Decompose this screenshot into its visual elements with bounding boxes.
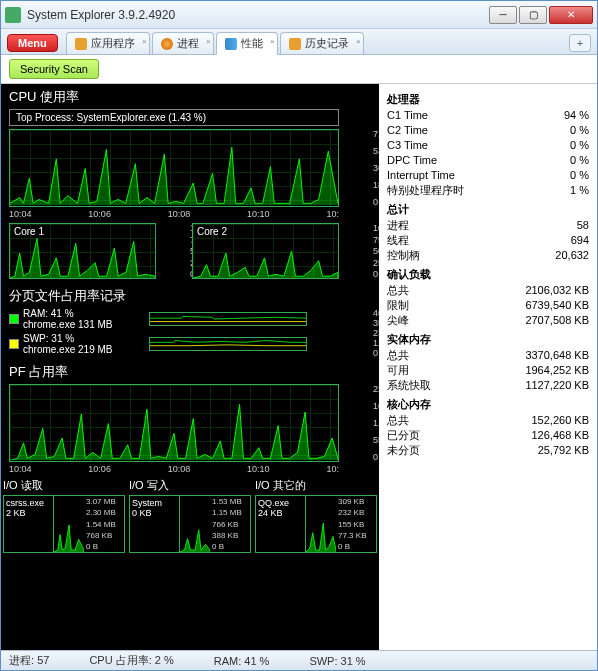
pf-scale: 22396167971119855990	[373, 384, 379, 462]
io-read-scale: 3.07 MB2.30 MB1.54 MB768 KB0 B	[84, 496, 124, 552]
ram-bar[interactable]	[149, 312, 307, 326]
io-write-proc: System	[132, 498, 177, 508]
status-ram-label: RAM:	[214, 655, 242, 667]
tab-label: 进程	[177, 36, 199, 51]
tab-label: 历史记录	[305, 36, 349, 51]
stats-pane: 处理器 C1 Time94 %C2 Time0 %C3 Time0 %DPC T…	[379, 84, 597, 650]
tab-label: 性能	[241, 36, 263, 51]
tab-performance[interactable]: 性能×	[216, 32, 278, 55]
stat-row: 线程694	[387, 233, 589, 248]
cpu-scale: 71 %53 %36 %18 %0 %	[373, 129, 379, 207]
stat-row: 尖峰2707,508 KB	[387, 313, 589, 328]
io-other-scale: 309 KB232 KB155 KB77.3 KB0 B	[336, 496, 376, 552]
pf-title: PF 占用率	[9, 363, 371, 381]
stat-row: 控制柄20,632	[387, 248, 589, 263]
commit-heading: 确认负载	[387, 267, 589, 282]
io-other-title: I/O 其它的	[255, 478, 377, 493]
totals-heading: 总计	[387, 202, 589, 217]
maximize-button[interactable]: ▢	[519, 6, 547, 24]
stat-row: DPC Time0 %	[387, 153, 589, 168]
io-write-val: 0 KB	[132, 508, 177, 518]
kernelmem-heading: 核心内存	[387, 397, 589, 412]
window-title: System Explorer 3.9.2.4920	[27, 8, 489, 22]
io-write-graph[interactable]: System0 KB 1.53 MB1.15 MB766 KB388 KB0 B	[129, 495, 251, 553]
app-icon	[5, 7, 21, 23]
security-scan-button[interactable]: Security Scan	[9, 59, 99, 79]
tab-close-icon[interactable]: ×	[270, 37, 275, 46]
pagefile-title: 分页文件占用率记录	[9, 287, 371, 305]
pf-xaxis: 10:0410:0610:0810:1010:	[9, 462, 371, 474]
tab-processes[interactable]: 进程×	[152, 32, 214, 54]
add-tab-button[interactable]: +	[569, 34, 591, 52]
graphs-pane: CPU 使用率 Top Process: SystemExplorer.exe …	[1, 84, 379, 650]
io-other-val: 24 KB	[258, 508, 303, 518]
status-procs-label: 进程:	[9, 654, 34, 666]
stat-row: 已分页126,468 KB	[387, 428, 589, 443]
cpu-spikes	[10, 130, 338, 205]
stat-row: 限制6739,540 KB	[387, 298, 589, 313]
tab-label: 应用程序	[91, 36, 135, 51]
status-swp-val: 31 %	[341, 655, 366, 667]
pf-graph[interactable]	[9, 384, 339, 462]
stat-row: C2 Time0 %	[387, 123, 589, 138]
core2-graph[interactable]: Core 2	[192, 223, 339, 279]
cpu-usage-title: CPU 使用率	[9, 88, 371, 106]
stat-row: C3 Time0 %	[387, 138, 589, 153]
processor-heading: 处理器	[387, 92, 589, 107]
tab-history[interactable]: 历史记录×	[280, 32, 364, 54]
tab-close-icon[interactable]: ×	[356, 37, 361, 46]
io-read-proc: csrss.exe	[6, 498, 51, 508]
chart-icon	[225, 38, 237, 50]
status-cpu-label: CPU 占用率:	[89, 654, 151, 666]
physmem-heading: 实体内存	[387, 332, 589, 347]
swp-proc: chrome.exe 219 MB	[23, 344, 113, 355]
ram-proc: chrome.exe 131 MB	[23, 319, 113, 330]
io-other-proc: QQ.exe	[258, 498, 303, 508]
ram-label: RAM: 41 %	[23, 308, 113, 319]
cpu-graph[interactable]	[9, 129, 339, 207]
swp-label: SWP: 31 %	[23, 333, 113, 344]
status-cpu-val: 2 %	[155, 654, 174, 666]
minimize-button[interactable]: ─	[489, 6, 517, 24]
stat-row: 系统快取1127,220 KB	[387, 378, 589, 393]
swp-bar[interactable]	[149, 337, 307, 351]
tab-close-icon[interactable]: ×	[142, 37, 147, 46]
stat-row: 总共2106,032 KB	[387, 283, 589, 298]
cpu-xaxis: 10:0410:0610:0810:1010:	[9, 207, 371, 219]
stat-row: 总共152,260 KB	[387, 413, 589, 428]
swp-color-marker	[9, 339, 19, 349]
status-bar: 进程: 57 CPU 占用率: 2 % RAM: 41 % SWP: 31 %	[1, 650, 597, 670]
top-process-label: Top Process: SystemExplorer.exe (1.43 %)	[9, 109, 339, 126]
close-button[interactable]: ✕	[549, 6, 593, 24]
stat-row: 可用1964,252 KB	[387, 363, 589, 378]
status-procs-val: 57	[37, 654, 49, 666]
io-read-title: I/O 读取	[3, 478, 125, 493]
status-swp-label: SWP:	[309, 655, 337, 667]
core1-graph[interactable]: Core 1	[9, 223, 156, 279]
stat-row: 特别处理程序时1 %	[387, 183, 589, 198]
stat-row: 总共3370,648 KB	[387, 348, 589, 363]
io-write-scale: 1.53 MB1.15 MB766 KB388 KB0 B	[210, 496, 250, 552]
tab-bar: Menu 应用程序× 进程× 性能× 历史记录× +	[1, 29, 597, 55]
io-other-graph[interactable]: QQ.exe24 KB 309 KB232 KB155 KB77.3 KB0 B	[255, 495, 377, 553]
io-read-graph[interactable]: csrss.exe2 KB 3.07 MB2.30 MB1.54 MB768 K…	[3, 495, 125, 553]
core2-scale: 100 %75 %50 %25 %0 %	[373, 223, 379, 279]
pagefile-scale: 46 %35 %23 %12 %0 %	[373, 308, 379, 355]
stat-row: 进程58	[387, 218, 589, 233]
io-read-val: 2 KB	[6, 508, 51, 518]
history-icon	[289, 38, 301, 50]
tab-apps[interactable]: 应用程序×	[66, 32, 150, 54]
ram-color-marker	[9, 314, 19, 324]
apps-icon	[75, 38, 87, 50]
gear-icon	[161, 38, 173, 50]
menu-button[interactable]: Menu	[7, 34, 58, 52]
titlebar[interactable]: System Explorer 3.9.2.4920 ─ ▢ ✕	[1, 1, 597, 29]
status-ram-val: 41 %	[244, 655, 269, 667]
stat-row: 未分页25,792 KB	[387, 443, 589, 458]
tab-close-icon[interactable]: ×	[206, 37, 211, 46]
io-write-title: I/O 写入	[129, 478, 251, 493]
toolbar: Security Scan	[1, 55, 597, 84]
stat-row: Interrupt Time0 %	[387, 168, 589, 183]
stat-row: C1 Time94 %	[387, 108, 589, 123]
